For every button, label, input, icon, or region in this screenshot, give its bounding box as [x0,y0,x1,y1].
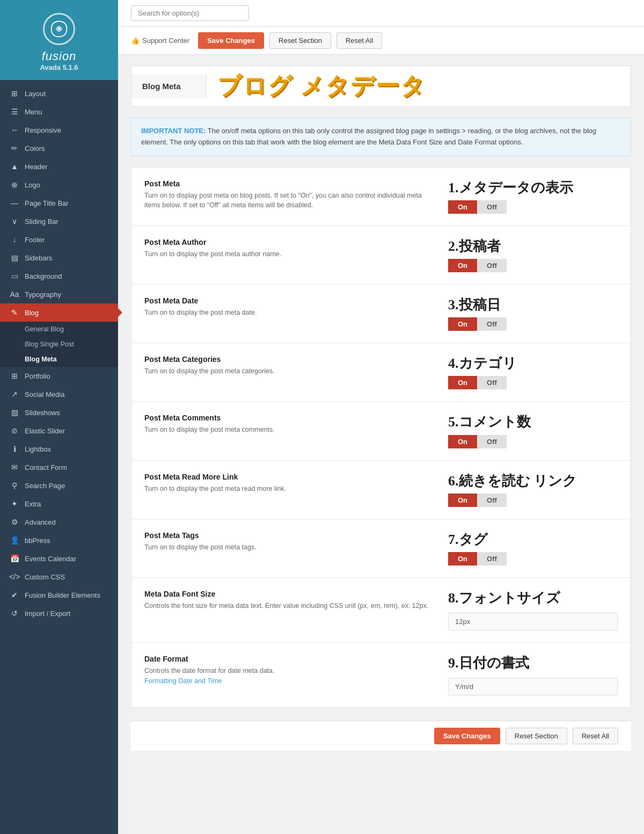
sidebar-item-label: Sidebars [25,254,108,262]
sidebar-item-label: Import / Export [25,610,108,618]
sidebar-item-page-title-bar[interactable]: — Page Title Bar [0,194,118,212]
date-format-link[interactable]: Formatting Date and Time [144,677,222,685]
toggle-on-button[interactable]: On [448,376,477,389]
active-indicator [118,308,122,317]
toggle-on-button[interactable]: On [448,435,477,448]
sidebar-item-lightbox[interactable]: ℹ Lightbox [0,440,118,458]
sidebar-item-portfolio[interactable]: ⊞ Portfolio [0,367,118,385]
option-left: Post Meta Comments Turn on to display th… [131,414,448,435]
sidebar-item-label: Page Title Bar [25,199,108,207]
option-heading: 6.続きを読む リンク [448,473,618,489]
toggle-off-button[interactable]: Off [477,435,507,448]
option-title: Post Meta Comments [144,414,435,422]
sidebar-item-typography[interactable]: Aa Typography [0,285,118,303]
option-heading: 5.コメント数 [448,414,618,430]
option-desc: Turn on to display the post meta tags. [144,542,435,553]
sidebar-item-blog-meta[interactable]: Blog Meta [0,352,118,367]
sidebar-item-custom-css[interactable]: </> Custom CSS [0,568,118,586]
toggle-off-button[interactable]: Off [477,376,507,389]
blog-icon: ✎ [10,308,19,317]
sidebar-item-bbpress[interactable]: 👤 bbPress [0,531,118,549]
sidebar-item-extra[interactable]: ✦ Extra [0,495,118,513]
thumbs-up-icon: 👍 [131,37,140,45]
toggle-group: On Off [448,317,618,331]
sidebar-item-search-page[interactable]: ⚲ Search Page [0,476,118,495]
sidebar-item-label: Fusion Builder Elements [25,591,108,599]
section-label: Blog Meta [131,74,207,98]
toggle-group: On Off [448,259,618,272]
toggle-off-button[interactable]: Off [477,494,507,507]
sidebar-item-blog[interactable]: ✎ Blog [0,303,118,322]
option-title: Date Format [144,655,435,663]
sidebar-item-elastic-slider[interactable]: ⊘ Elastic Slider [0,422,118,440]
option-right: 4.カテゴリ On Off [448,355,631,389]
sidebar-item-logo[interactable]: ⊕ Logo [0,176,118,194]
reset-all-bottom-button[interactable]: Reset All [573,728,618,744]
sidebar-item-contact-form[interactable]: ✉ Contact Form [0,458,118,476]
sidebar-item-events-calendar[interactable]: 📅 Events Calendar [0,549,118,568]
sidebar-item-blog-single-post[interactable]: Blog Single Post [0,337,118,352]
sidebar-item-label: Contact Form [25,463,108,472]
toggle-off-button[interactable]: Off [477,200,507,214]
toggle-on-button[interactable]: On [448,259,477,272]
sidebar-item-layout[interactable]: ⊞ Layout [0,84,118,103]
save-changes-bottom-button[interactable]: Save Changes [434,728,500,744]
sidebar-item-label: Typography [25,291,108,299]
option-desc: Turn on to display the post meta comment… [144,425,435,435]
toggle-on-button[interactable]: On [448,494,477,507]
main-content: 👍 Support Center Save Changes Reset Sect… [118,0,644,834]
sidebar-item-general-blog[interactable]: General Blog [0,322,118,337]
sidebar-item-label: Header [25,163,108,171]
sidebar-item-header[interactable]: ▲ Header [0,157,118,176]
date-format-input[interactable] [448,678,618,695]
sidebar-item-footer[interactable]: ↓ Footer [0,230,118,249]
option-title: Post Meta Tags [144,531,435,540]
option-desc: Turn on to display the post meta author … [144,249,435,259]
extra-icon: ✦ [10,499,19,508]
sidebar-item-label: Footer [25,236,108,244]
toggle-on-button[interactable]: On [448,200,477,214]
search-bar [118,0,644,27]
sidebars-icon: ▤ [10,253,19,262]
sidebar-item-label: Extra [25,500,108,508]
option-heading: 4.カテゴリ [448,355,618,372]
option-left: Date Format Controls the date format for… [131,655,448,686]
sidebar-item-sliding-bar[interactable]: ∨ Sliding Bar [0,212,118,230]
toggle-group: On Off [448,376,618,389]
reset-section-button[interactable]: Reset Section [269,32,331,49]
sidebar-item-fusion-builder[interactable]: ✔ Fusion Builder Elements [0,586,118,604]
reset-all-button[interactable]: Reset All [336,32,382,49]
sidebar-item-label: Portfolio [25,372,108,380]
sidebar-item-menu[interactable]: ☰ Menu [0,103,118,121]
support-link[interactable]: 👍 Support Center [131,37,189,45]
option-right: 3.投稿日 On Off [448,296,631,331]
option-desc: Turn on to display post meta on blog pos… [144,191,435,211]
sidebar-item-sidebars[interactable]: ▤ Sidebars [0,249,118,267]
option-title: Post Meta Date [144,296,435,305]
font-size-input[interactable] [448,613,618,630]
social-icon: ↗ [10,390,19,398]
option-desc: Controls the font size for meta data tex… [144,601,435,611]
save-changes-button[interactable]: Save Changes [198,32,264,49]
toggle-off-button[interactable]: Off [477,259,507,272]
sidebar-item-background[interactable]: ▭ Background [0,267,118,285]
toggle-group: On Off [448,494,618,507]
toggle-off-button[interactable]: Off [477,317,507,331]
sidebar-item-label: Lightbox [25,445,108,453]
sidebar-item-social-media[interactable]: ↗ Social Media [0,385,118,403]
toggle-on-button[interactable]: On [448,552,477,565]
builder-icon: ✔ [10,591,19,599]
sidebar-item-import-export[interactable]: ↺ Import / Export [0,604,118,622]
menu-icon: ☰ [10,107,19,116]
sidebar-item-responsive[interactable]: ↔ Responsive [0,121,118,139]
toggle-on-button[interactable]: On [448,317,477,331]
sidebar-item-colors[interactable]: ✏ Colors [0,139,118,157]
sidebar-item-advanced[interactable]: ⚙ Advanced [0,513,118,531]
option-desc: Controls the date format for date meta d… [144,666,435,686]
bottom-toolbar: Save Changes Reset Section Reset All [131,721,631,751]
sidebar-item-slideshows[interactable]: ▨ Slideshows [0,403,118,422]
reset-section-bottom-button[interactable]: Reset Section [506,728,567,744]
search-input[interactable] [131,5,249,21]
toggle-off-button[interactable]: Off [477,552,507,565]
header-icon: ▲ [10,162,19,171]
